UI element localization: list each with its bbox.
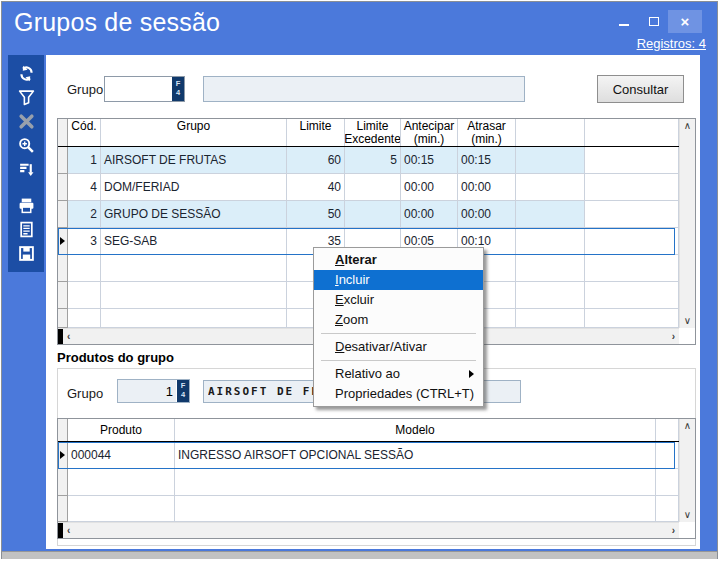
empty-cell — [516, 309, 585, 328]
save-icon[interactable] — [15, 242, 37, 264]
report-icon[interactable] — [15, 218, 37, 240]
produtos-f4-lookup-button[interactable]: F4 — [176, 380, 189, 402]
cell-antecipar[interactable]: 00:00 — [401, 174, 458, 201]
row-gutter[interactable] — [58, 201, 68, 228]
cell-grupo[interactable]: AIRSOFT DE FRUTAS — [101, 147, 287, 174]
window-title: Grupos de sessão — [14, 8, 220, 37]
cell-antecipar[interactable]: 00:00 — [401, 201, 458, 228]
current-row-marker-icon — [60, 451, 65, 459]
cell-grupo[interactable]: SEG-SAB — [101, 228, 287, 255]
empty-cell — [656, 496, 679, 522]
scroll-up-icon[interactable] — [680, 419, 695, 433]
scroll-left-icon[interactable] — [63, 330, 74, 344]
cell-limite[interactable]: 50 — [287, 201, 345, 228]
close-button[interactable] — [668, 10, 702, 33]
cell-atrasar[interactable]: 00:00 — [458, 201, 516, 228]
h-scrollbar[interactable] — [58, 522, 679, 538]
produto-row-selected[interactable]: 000044 INGRESSO AIRSOFT OPCIONAL SESSÃO — [58, 442, 679, 469]
empty-cell — [68, 496, 175, 522]
empty-row — [58, 469, 679, 496]
group-row[interactable]: 2 GRUPO DE SESSÃO 50 00:00 00:00 — [58, 201, 679, 228]
cell-limite[interactable]: 60 — [287, 147, 345, 174]
empty-cell — [516, 174, 585, 201]
col-header-antecipar[interactable]: Antecipar(min.) — [401, 119, 458, 146]
menu-item-excluir[interactable]: Excluir — [314, 290, 483, 310]
scroll-down-icon[interactable] — [680, 314, 695, 328]
empty-cell — [101, 282, 287, 309]
grupo-code-field[interactable]: F4 — [104, 76, 185, 102]
zoom-icon[interactable] — [15, 134, 37, 156]
scroll-right-icon[interactable] — [668, 524, 679, 538]
row-gutter[interactable] — [58, 147, 68, 174]
menu-item-incluir[interactable]: Incluir — [314, 270, 483, 290]
cell-atrasar[interactable]: 00:15 — [458, 147, 516, 174]
menu-item-alterar[interactable]: Alterar — [314, 250, 483, 270]
gutter-header-cell — [58, 419, 68, 441]
cell-limite-excedente[interactable]: 5 — [345, 147, 401, 174]
cell-grupo[interactable]: DOM/FERIAD — [101, 174, 287, 201]
cell-limite-excedente[interactable] — [345, 174, 401, 201]
cell-cod[interactable]: 4 — [68, 174, 101, 201]
cell-grupo[interactable]: GRUPO DE SESSÃO — [101, 201, 287, 228]
cell-cod[interactable]: 2 — [68, 201, 101, 228]
v-scrollbar[interactable] — [679, 419, 695, 522]
group-row[interactable]: 1 AIRSOFT DE FRUTAS 60 5 00:15 00:15 — [58, 147, 679, 174]
cell-cod[interactable]: 1 — [68, 147, 101, 174]
window-bottom-strip — [2, 551, 717, 559]
produtos-grupo-code-field[interactable]: F4 — [117, 379, 190, 403]
empty-cell — [516, 201, 585, 228]
consultar-button[interactable]: Consultar — [597, 75, 684, 103]
menu-item-zoom[interactable]: Zoom — [314, 310, 483, 330]
empty-cell — [516, 255, 585, 282]
filter-icon[interactable] — [15, 86, 37, 108]
registros-link[interactable]: Registros: 4 — [600, 36, 706, 51]
cell-antecipar[interactable]: 00:15 — [401, 147, 458, 174]
scroll-left-icon[interactable] — [63, 524, 74, 538]
empty-cell — [585, 282, 679, 309]
f4-lookup-button[interactable]: F4 — [171, 77, 184, 101]
col-header-limite-excedente[interactable]: LimiteExcedente — [345, 119, 401, 146]
empty-cell — [656, 442, 679, 469]
minimize-button[interactable] — [610, 10, 638, 33]
menu-item-relativo-ao[interactable]: Relativo ao — [314, 364, 483, 384]
sort-icon[interactable] — [15, 158, 37, 180]
empty-cell — [585, 309, 679, 328]
empty-cell — [101, 309, 287, 328]
cell-limite[interactable]: 40 — [287, 174, 345, 201]
col-header-limite[interactable]: Limite — [287, 119, 345, 146]
maximize-button[interactable] — [640, 10, 668, 33]
col-header-cod[interactable]: Cód. — [68, 119, 101, 146]
col-header-atrasar[interactable]: Atrasar(min.) — [458, 119, 516, 146]
cell-modelo[interactable]: INGRESSO AIRSOFT OPCIONAL SESSÃO — [175, 442, 656, 469]
scroll-down-icon[interactable] — [680, 508, 695, 522]
v-scrollbar[interactable] — [679, 119, 695, 328]
cell-produto[interactable]: 000044 — [68, 442, 175, 469]
clear-filter-icon[interactable] — [15, 110, 37, 132]
row-gutter[interactable] — [58, 174, 68, 201]
refresh-icon[interactable] — [15, 62, 37, 84]
maximize-icon — [649, 17, 659, 26]
group-row[interactable]: 4 DOM/FERIAD 40 00:00 00:00 — [58, 174, 679, 201]
col-header-modelo[interactable]: Modelo — [175, 419, 656, 441]
empty-cell — [175, 496, 656, 522]
menu-item-desativar-ativar[interactable]: Desativar/Ativar — [314, 337, 483, 357]
col-header-grupo[interactable]: Grupo — [101, 119, 287, 146]
empty-cell — [68, 255, 101, 282]
grupo-name-input[interactable] — [204, 77, 524, 101]
grupo-name-field[interactable] — [203, 76, 525, 102]
produtos-header-row: Produto Modelo — [58, 419, 679, 442]
scroll-up-icon[interactable] — [680, 119, 695, 133]
cell-cod[interactable]: 3 — [68, 228, 101, 255]
produtos-section-title: Produtos do grupo — [57, 350, 174, 365]
empty-header-cell — [585, 119, 679, 146]
cell-atrasar[interactable]: 00:00 — [458, 174, 516, 201]
row-gutter[interactable] — [58, 228, 68, 255]
print-icon[interactable] — [15, 194, 37, 216]
produtos-table: Produto Modelo 000044 INGRESSO AIRSOFT O… — [57, 418, 696, 539]
scroll-right-icon[interactable] — [668, 330, 679, 344]
col-header-produto[interactable]: Produto — [68, 419, 175, 441]
cell-limite-excedente[interactable] — [345, 201, 401, 228]
row-gutter[interactable] — [58, 442, 68, 469]
row-gutter — [58, 496, 68, 522]
menu-item-propriedades[interactable]: Propriedades (CTRL+T) — [314, 384, 483, 404]
